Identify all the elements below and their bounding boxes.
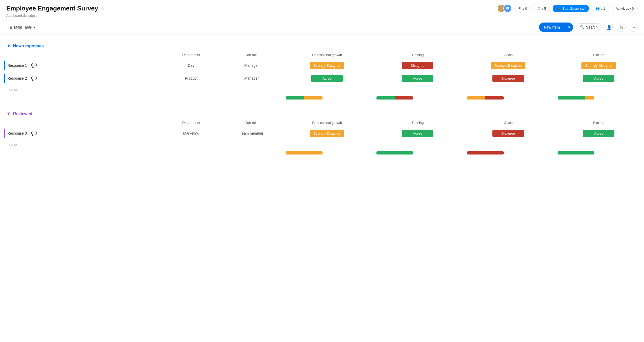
training-cell: Disagree (372, 59, 463, 72)
hide-icon-button[interactable]: ◎ (617, 23, 626, 32)
rating-badge-prof-growth: Strongly Disagree (310, 130, 344, 137)
group-title-reviewed[interactable]: Reviewed (13, 112, 32, 116)
col-header-goals: Goals (463, 51, 553, 59)
summary-row (0, 95, 644, 101)
more-icon-button[interactable]: ⋯ (629, 23, 638, 32)
add-row[interactable]: + Add (0, 85, 644, 95)
views-button[interactable]: 👁 / 0 (514, 5, 531, 12)
avatar-badge (503, 4, 512, 13)
title-area: Employee Engagement Survey ☆ (6, 5, 105, 12)
rating-badge-training: Agree (402, 130, 433, 137)
response-name: Response 3 (7, 131, 27, 135)
members-button[interactable]: 👥 / 1 (592, 5, 609, 12)
table-row: Response 2 💬 Product Manager Agree (0, 72, 644, 85)
zoom-button[interactable]: 📹 Start Zoom call (553, 5, 589, 12)
page-title: Employee Engagement Survey (6, 5, 98, 12)
svg-point-1 (499, 9, 504, 12)
svg-point-0 (500, 6, 503, 9)
col-header-name (0, 51, 161, 59)
department-cell: Product (161, 72, 221, 85)
summary-bar-training-reviewed (372, 150, 463, 156)
activities-button[interactable]: Activities / 0 (612, 5, 638, 12)
department-cell: Dev (161, 59, 221, 72)
col-header-goals: Goals (463, 119, 553, 127)
table-selector[interactable]: ⊞ Main Table ▾ (6, 24, 38, 31)
main-content: ▼ New responses Department Job role Prof… (0, 35, 644, 170)
rating-badge-goals: Disagree (492, 75, 524, 82)
col-header-training: Training (372, 119, 463, 127)
jobrole-cell: Manager (221, 59, 282, 72)
row-color-bar (4, 61, 5, 70)
summary-bar-goals (463, 95, 553, 101)
rating-badge-prof-growth: Agree (311, 75, 343, 82)
group-new-responses: ▼ New responses Department Job role Prof… (0, 41, 644, 101)
page-header: Employee Engagement Survey ☆ 👁 / 0 ⚙ / 5 (0, 0, 644, 20)
add-row-button[interactable]: + Add (4, 86, 640, 93)
add-row-button[interactable]: + Add (4, 141, 640, 148)
add-row[interactable]: + Add (0, 140, 644, 150)
col-header-department: Department (161, 119, 221, 127)
table-row: Response 1 💬 Dev Manager Strongly Disagr… (0, 59, 644, 72)
response-name: Response 1 (7, 63, 27, 68)
search-icon: 🔍 (580, 25, 585, 29)
board-description[interactable]: Add board description (6, 14, 638, 18)
col-header-prof-growth: Professional growth (282, 119, 372, 127)
star-icon[interactable]: ☆ (100, 5, 105, 12)
group-header-new-responses: ▼ New responses (0, 41, 644, 51)
rating-badge-excited: Agree (583, 75, 614, 82)
excited-cell: Agree (553, 127, 644, 140)
automations-button[interactable]: ⚙ / 5 (534, 5, 550, 12)
new-item-dropdown-icon[interactable]: ▾ (565, 23, 573, 31)
group-header-reviewed: ▼ Reviewed (0, 109, 644, 119)
row-name-cell: Response 1 💬 (0, 59, 161, 72)
rating-badge-training: Disagree (402, 62, 433, 69)
jobrole-cell: Manager (221, 72, 282, 85)
prof-growth-cell: Strongly Disagree (282, 59, 372, 72)
col-header-name (0, 119, 161, 127)
group-reviewed: ▼ Reviewed Department Job role Professio… (0, 109, 644, 156)
automation-icon: ⚙ (537, 7, 541, 10)
training-cell: Agree (372, 72, 463, 85)
comment-icon[interactable]: 💬 (31, 63, 37, 68)
col-header-excited: Excited (553, 51, 644, 59)
group-title-new-responses[interactable]: New responses (13, 44, 44, 48)
rating-badge-prof-growth: Strongly Disagree (310, 62, 344, 69)
response-name: Response 2 (7, 76, 27, 80)
row-name-cell: Response 3 💬 (0, 127, 161, 140)
table-header-row: Department Job role Professional growth … (0, 51, 644, 59)
summary-bar-goals-reviewed (463, 150, 553, 156)
person-icon-button[interactable]: 👤 (605, 23, 614, 32)
col-header-department: Department (161, 51, 221, 59)
new-item-button[interactable]: New Item ▾ (539, 23, 573, 32)
group-chevron-new-responses[interactable]: ▼ (6, 43, 11, 49)
header-actions: 👁 / 0 ⚙ / 5 📹 Start Zoom call 👥 / 1 Acti… (497, 4, 638, 13)
excited-cell: Agree (553, 72, 644, 85)
col-header-jobrole: Job role (221, 51, 282, 59)
summary-bar-excited-reviewed (553, 150, 644, 156)
prof-growth-cell: Strongly Disagree (282, 127, 372, 140)
excited-cell: Strongly Disagree (553, 59, 644, 72)
members-icon: 👥 (596, 7, 600, 10)
comment-icon[interactable]: 💬 (31, 75, 37, 81)
col-header-jobrole: Job role (221, 119, 282, 127)
group-chevron-reviewed[interactable]: ▼ (6, 111, 11, 117)
summary-row-reviewed (0, 150, 644, 156)
summary-bar-excited (553, 95, 644, 101)
col-header-prof-growth: Professional growth (282, 51, 372, 59)
col-header-training: Training (372, 51, 463, 59)
goals-cell: Disagree (463, 127, 553, 140)
table-reviewed: Department Job role Professional growth … (0, 119, 644, 156)
rating-badge-excited: Strongly Disagree (581, 62, 616, 69)
search-button[interactable]: 🔍 Search (576, 23, 602, 31)
department-cell: Marketing (161, 127, 221, 140)
row-color-bar (4, 129, 5, 138)
grid-icon: ⊞ (9, 25, 13, 29)
jobrole-cell: Team member (221, 127, 282, 140)
comment-icon[interactable]: 💬 (31, 130, 37, 136)
row-color-bar (4, 74, 5, 83)
table-wrap-reviewed: Department Job role Professional growth … (0, 119, 644, 156)
goals-cell: Disagree (463, 72, 553, 85)
prof-growth-cell: Agree (282, 72, 372, 85)
chevron-down-icon: ▾ (33, 25, 35, 29)
zoom-icon: 📹 (557, 7, 561, 10)
